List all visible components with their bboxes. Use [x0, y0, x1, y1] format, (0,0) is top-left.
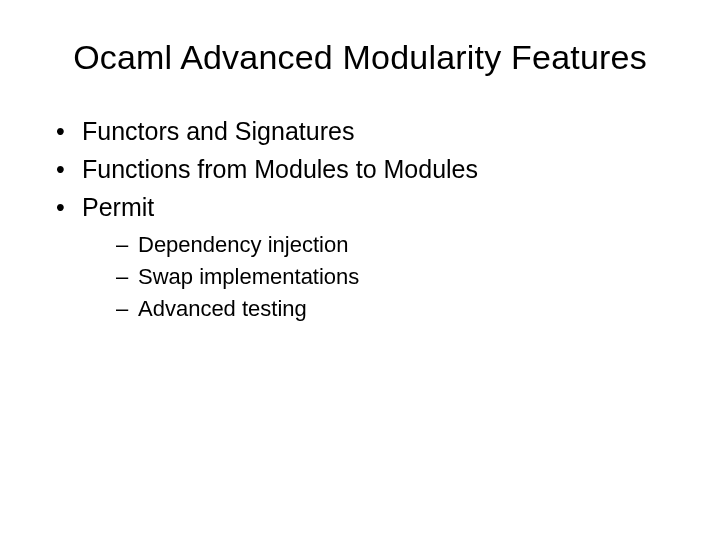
list-item-text: Functors and Signatures: [82, 117, 354, 145]
list-item: Advanced testing: [116, 294, 680, 324]
list-item: Functions from Modules to Modules: [56, 153, 680, 187]
list-item-text: Advanced testing: [138, 296, 307, 321]
list-item-text: Permit: [82, 193, 154, 221]
list-item-text: Swap implementations: [138, 264, 359, 289]
list-item-text: Functions from Modules to Modules: [82, 155, 478, 183]
list-item: Dependency injection: [116, 230, 680, 260]
list-item: Functors and Signatures: [56, 115, 680, 149]
list-item-text: Dependency injection: [138, 232, 348, 257]
bullet-list: Functors and Signatures Functions from M…: [56, 115, 680, 323]
list-item: Permit Dependency injection Swap impleme…: [56, 191, 680, 324]
sub-bullet-list: Dependency injection Swap implementation…: [116, 230, 680, 323]
list-item: Swap implementations: [116, 262, 680, 292]
slide: Ocaml Advanced Modularity Features Funct…: [0, 0, 720, 540]
slide-title: Ocaml Advanced Modularity Features: [40, 38, 680, 77]
